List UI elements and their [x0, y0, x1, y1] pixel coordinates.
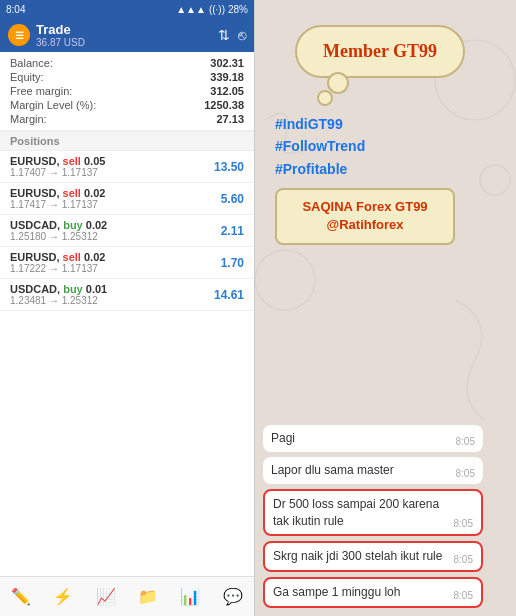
position-item: EURUSD, sell 0.02 1.17417 → 1.17137 5.60 — [0, 183, 254, 215]
bottom-toolbar: ✏️ ⚡ 📈 📁 📊 💬 — [0, 576, 254, 616]
position-item: USDCAD, buy 0.02 1.25180 → 1.25312 2.11 — [0, 215, 254, 247]
chat-panel: Member GT99 #IndiGT99 #FollowTrend #Prof… — [255, 0, 516, 616]
trade-title-block: Trade 36.87 USD — [36, 22, 85, 48]
account-label: Margin Level (%): — [10, 99, 96, 111]
chat-time: 8:05 — [454, 590, 473, 601]
account-value: 339.18 — [210, 71, 244, 83]
account-value: 302.31 — [210, 57, 244, 69]
account-row: Margin Level (%):1250.38 — [10, 98, 244, 112]
position-pair: USDCAD, buy 0.02 — [10, 219, 107, 231]
saqina-box: SAQINA Forex GT99 @Ratihforex — [275, 188, 455, 244]
status-bar: 8:04 ▲▲▲ ((·)) 28% — [0, 0, 254, 18]
toolbar-trending-icon[interactable]: 📈 — [96, 587, 116, 606]
chat-text: Pagi — [271, 430, 450, 447]
account-row: Margin:27.13 — [10, 112, 244, 126]
position-pair: EURUSD, sell 0.02 — [10, 187, 105, 199]
toolbar-chart-icon[interactable]: ⚡ — [53, 587, 73, 606]
chat-time: 8:05 — [454, 554, 473, 565]
trade-header-left: ☰ Trade 36.87 USD — [8, 22, 85, 48]
wifi-icon: ((·)) — [209, 4, 225, 15]
toolbar-folder-icon[interactable]: 📁 — [138, 587, 158, 606]
position-direction: buy — [63, 283, 83, 295]
hashtag-2: #FollowTrend — [275, 135, 506, 157]
account-info: Balance:302.31Equity:339.18Free margin:3… — [0, 52, 254, 131]
position-value: 1.70 — [221, 256, 244, 270]
position-left: EURUSD, sell 0.02 1.17417 → 1.17137 — [10, 187, 105, 210]
position-left: EURUSD, sell 0.02 1.17222 → 1.17137 — [10, 251, 105, 274]
saqina-line2: @Ratihforex — [289, 216, 441, 234]
account-label: Equity: — [10, 71, 44, 83]
cloud-area: Member GT99 #IndiGT99 #FollowTrend #Prof… — [255, 0, 516, 245]
position-value: 2.11 — [221, 224, 244, 238]
position-price: 1.17417 → 1.17137 — [10, 199, 105, 210]
position-direction: sell — [63, 155, 81, 167]
position-item: USDCAD, buy 0.01 1.23481 → 1.25312 14.61 — [0, 279, 254, 311]
toolbar-edit-icon[interactable]: ✏️ — [11, 587, 31, 606]
account-label: Balance: — [10, 57, 53, 69]
account-row: Balance:302.31 — [10, 56, 244, 70]
hashtags-area: #IndiGT99 #FollowTrend #Profitable — [275, 113, 506, 180]
position-pair: USDCAD, buy 0.01 — [10, 283, 107, 295]
chat-time: 8:05 — [456, 436, 475, 447]
position-item: EURUSD, sell 0.02 1.17222 → 1.17137 1.70 — [0, 247, 254, 279]
position-pair: EURUSD, sell 0.02 — [10, 251, 105, 263]
position-left: USDCAD, buy 0.02 1.25180 → 1.25312 — [10, 219, 107, 242]
position-value: 13.50 — [214, 160, 244, 174]
trade-title: Trade — [36, 22, 85, 37]
status-time: 8:04 — [6, 4, 25, 15]
positions-section: Positions EURUSD, sell 0.05 1.17407 → 1.… — [0, 131, 254, 576]
account-label: Margin: — [10, 113, 47, 125]
trade-subtitle: 36.87 USD — [36, 37, 85, 48]
trade-header-right: ⇅ ⎋ — [218, 27, 246, 43]
position-price: 1.17407 → 1.17137 — [10, 167, 105, 178]
status-bar-right: ▲▲▲ ((·)) 28% — [176, 4, 248, 15]
position-direction: buy — [63, 219, 83, 231]
position-left: USDCAD, buy 0.01 1.23481 → 1.25312 — [10, 283, 107, 306]
saqina-line1: SAQINA Forex GT99 — [289, 198, 441, 216]
signal-icon: ▲▲▲ — [176, 4, 206, 15]
share-icon[interactable]: ⎋ — [238, 27, 246, 43]
chat-bubble: Lapor dlu sama master 8:05 — [263, 457, 483, 484]
trade-header: ☰ Trade 36.87 USD ⇅ ⎋ — [0, 18, 254, 52]
battery-text: 28% — [228, 4, 248, 15]
account-value: 312.05 — [210, 85, 244, 97]
screen: 8:04 ▲▲▲ ((·)) 28% ☰ Trade 36.87 USD ⇅ — [0, 0, 516, 616]
account-row: Equity:339.18 — [10, 70, 244, 84]
chat-bubble: Ga sampe 1 minggu loh 8:05 — [263, 577, 483, 608]
chat-text: Lapor dlu sama master — [271, 462, 450, 479]
position-pair: EURUSD, sell 0.05 — [10, 155, 105, 167]
chat-text: Ga sampe 1 minggu loh — [273, 584, 448, 601]
account-row: Free margin:312.05 — [10, 84, 244, 98]
account-value: 27.13 — [216, 113, 244, 125]
positions-header: Positions — [0, 131, 254, 151]
hashtag-1: #IndiGT99 — [275, 113, 506, 135]
hamburger-icon[interactable]: ☰ — [15, 30, 24, 41]
position-value: 14.61 — [214, 288, 244, 302]
position-left: EURUSD, sell 0.05 1.17407 → 1.17137 — [10, 155, 105, 178]
chat-messages: Pagi 8:05 Lapor dlu sama master 8:05 Dr … — [255, 419, 516, 616]
cloud-bubble-text: Member GT99 — [323, 41, 437, 61]
position-price: 1.23481 → 1.25312 — [10, 295, 107, 306]
chat-time: 8:05 — [456, 468, 475, 479]
position-item: EURUSD, sell 0.05 1.17407 → 1.17137 13.5… — [0, 151, 254, 183]
position-price: 1.25180 → 1.25312 — [10, 231, 107, 242]
chat-bubble: Pagi 8:05 — [263, 425, 483, 452]
position-direction: sell — [63, 187, 81, 199]
position-direction: sell — [63, 251, 81, 263]
status-bar-left: 8:04 — [6, 4, 25, 15]
svg-point-1 — [255, 250, 315, 310]
account-label: Free margin: — [10, 85, 72, 97]
chat-bubble: Dr 500 loss sampai 200 karena tak ikutin… — [263, 489, 483, 537]
position-price: 1.17222 → 1.17137 — [10, 263, 105, 274]
toolbar-stats-icon[interactable]: 📊 — [180, 587, 200, 606]
phone-panel: 8:04 ▲▲▲ ((·)) 28% ☰ Trade 36.87 USD ⇅ — [0, 0, 255, 616]
account-value: 1250.38 — [204, 99, 244, 111]
chat-text: Dr 500 loss sampai 200 karena tak ikutin… — [273, 496, 448, 530]
transfer-icon[interactable]: ⇅ — [218, 27, 230, 43]
chat-text: Skrg naik jdi 300 stelah ikut rule — [273, 548, 448, 565]
trade-icon: ☰ — [8, 24, 30, 46]
chat-time: 8:05 — [454, 518, 473, 529]
chat-bubble: Skrg naik jdi 300 stelah ikut rule 8:05 — [263, 541, 483, 572]
toolbar-chat-icon[interactable]: 💬 — [223, 587, 243, 606]
cloud-bubble: Member GT99 — [295, 25, 465, 78]
